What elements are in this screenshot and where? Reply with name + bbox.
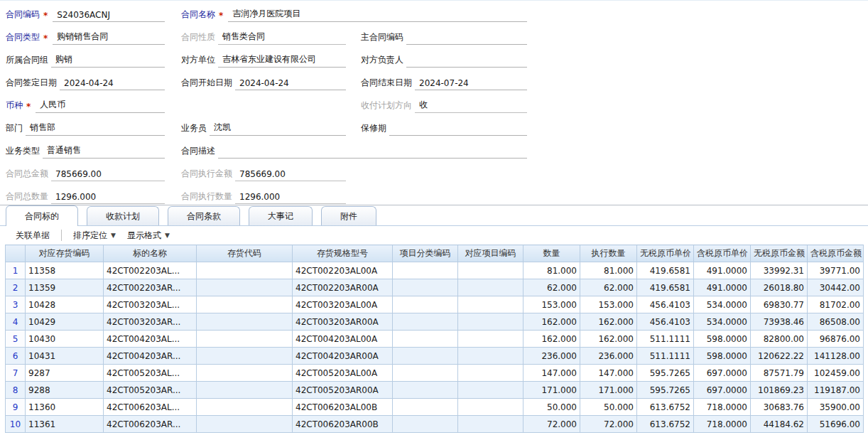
tab-major-events[interactable]: 大事记 (249, 206, 313, 225)
table-row[interactable]: 6 10431 42CT004203AR... 42CT004203AR00A … (6, 348, 864, 365)
exec-quantity-cell[interactable]: 236.000 (580, 348, 637, 365)
table-row[interactable]: 2 11359 42CT002203AR... 42CT002203AR00A … (6, 279, 864, 296)
amount-with-tax-cell[interactable]: 102459.00 (808, 365, 864, 382)
inventory-code-cell[interactable]: 11361 (26, 416, 104, 433)
stock-code-cell[interactable] (197, 365, 293, 382)
quantity-cell[interactable]: 236.000 (523, 348, 580, 365)
contract-name-input[interactable]: 吉润净月医院项目 (228, 8, 527, 22)
price-with-tax-cell[interactable]: 598.0000 (694, 331, 751, 348)
row-number-cell[interactable]: 4 (6, 313, 26, 331)
amount-with-tax-cell[interactable]: 30442.00 (808, 279, 864, 296)
stock-code-cell[interactable] (197, 348, 293, 365)
project-class-cell[interactable] (393, 382, 458, 399)
amount-with-tax-cell[interactable]: 81702.00 (808, 296, 864, 313)
department-input[interactable]: 销售部 (26, 122, 165, 136)
start-date-input[interactable]: 2024-04-24 (235, 78, 346, 90)
quantity-cell[interactable]: 162.000 (523, 313, 580, 331)
sort-locate-button[interactable]: 排序定位 ▼ (67, 228, 121, 243)
amount-with-tax-cell[interactable]: 35900.00 (808, 399, 864, 416)
exec-quantity-cell[interactable]: 162.000 (580, 313, 637, 331)
contract-desc-input[interactable] (218, 156, 527, 159)
item-name-cell[interactable]: 42CT006203AL... (104, 399, 197, 416)
currency-input[interactable]: 人民币 (36, 99, 165, 113)
amount-no-tax-cell[interactable]: 30683.76 (751, 399, 808, 416)
row-number-cell[interactable]: 1 (6, 262, 26, 279)
inventory-code-cell[interactable]: 9288 (26, 382, 104, 399)
counterparty-unit-input[interactable]: 吉林省东业建设有限公司 (218, 53, 346, 68)
inventory-code-cell[interactable]: 10429 (26, 313, 104, 331)
header-price-no-tax[interactable]: 无税原币单价 (637, 245, 694, 262)
spec-model-cell[interactable]: 42CT005203AL00A (293, 365, 393, 382)
price-no-tax-cell[interactable]: 511.1111 (637, 348, 694, 365)
related-docs-button[interactable]: 关联单据 (10, 228, 55, 243)
table-row[interactable]: 7 9287 42CT005203AL... 42CT005203AL00A 1… (6, 365, 864, 382)
price-with-tax-cell[interactable]: 718.0000 (694, 399, 751, 416)
inventory-code-cell[interactable]: 10430 (26, 331, 104, 348)
project-class-cell[interactable] (393, 279, 458, 296)
inventory-code-cell[interactable]: 10428 (26, 296, 104, 313)
header-item-name[interactable]: 标的名称 (104, 245, 197, 262)
table-row[interactable]: 9 11360 42CT006203AL... 42CT006203AL00B … (6, 399, 864, 416)
sign-date-input[interactable]: 2024-04-24 (60, 78, 165, 90)
row-number-cell[interactable]: 10 (6, 416, 26, 433)
amount-no-tax-cell[interactable]: 101869.23 (751, 382, 808, 399)
item-name-cell[interactable]: 42CT004203AL... (104, 331, 197, 348)
item-name-cell[interactable]: 42CT003203AR... (104, 313, 197, 331)
price-with-tax-cell[interactable]: 718.0000 (694, 416, 751, 433)
project-class-cell[interactable] (393, 399, 458, 416)
tab-contract-items[interactable]: 合同标的 (6, 205, 78, 226)
spec-model-cell[interactable]: 42CT003203AL00A (293, 296, 393, 313)
header-amount-no-tax[interactable]: 无税原币金额 (751, 245, 808, 262)
inventory-code-cell[interactable]: 11359 (26, 279, 104, 296)
price-no-tax-cell[interactable]: 613.6752 (637, 416, 694, 433)
quantity-cell[interactable]: 153.000 (523, 296, 580, 313)
project-code-cell[interactable] (458, 296, 523, 313)
business-type-input[interactable]: 普通销售 (43, 144, 165, 159)
quantity-cell[interactable]: 171.000 (523, 382, 580, 399)
stock-code-cell[interactable] (197, 279, 293, 296)
price-no-tax-cell[interactable]: 595.7265 (637, 382, 694, 399)
price-with-tax-cell[interactable]: 534.0000 (694, 313, 751, 331)
amount-no-tax-cell[interactable]: 87571.79 (751, 365, 808, 382)
tab-receipt-plan[interactable]: 收款计划 (87, 206, 159, 225)
item-name-cell[interactable]: 42CT005203AR... (104, 382, 197, 399)
amount-with-tax-cell[interactable]: 141128.00 (808, 348, 864, 365)
price-with-tax-cell[interactable]: 697.0000 (694, 365, 751, 382)
row-number-cell[interactable]: 5 (6, 331, 26, 348)
spec-model-cell[interactable]: 42CT006203AL00B (293, 399, 393, 416)
exec-quantity-cell[interactable]: 72.000 (580, 416, 637, 433)
item-name-cell[interactable]: 42CT002203AL... (104, 262, 197, 279)
project-code-cell[interactable] (458, 382, 523, 399)
exec-quantity-cell[interactable]: 171.000 (580, 382, 637, 399)
row-number-cell[interactable]: 2 (6, 279, 26, 296)
spec-model-cell[interactable]: 42CT002203AR00A (293, 279, 393, 296)
row-number-cell[interactable]: 9 (6, 399, 26, 416)
spec-model-cell[interactable]: 42CT005203AR00A (293, 382, 393, 399)
amount-with-tax-cell[interactable]: 96876.00 (808, 331, 864, 348)
amount-no-tax-cell[interactable]: 26018.80 (751, 279, 808, 296)
price-no-tax-cell[interactable]: 419.6581 (637, 279, 694, 296)
exec-quantity-cell[interactable]: 81.000 (580, 262, 637, 279)
amount-with-tax-cell[interactable]: 119187.00 (808, 382, 864, 399)
price-with-tax-cell[interactable]: 697.0000 (694, 382, 751, 399)
header-project-class-code[interactable]: 项目分类编码 (393, 245, 458, 262)
project-code-cell[interactable] (458, 365, 523, 382)
item-name-cell[interactable]: 42CT004203AR... (104, 348, 197, 365)
amount-no-tax-cell[interactable]: 33992.31 (751, 262, 808, 279)
header-exec-quantity[interactable]: 执行数量 (580, 245, 637, 262)
price-with-tax-cell[interactable]: 598.0000 (694, 348, 751, 365)
header-price-with-tax[interactable]: 含税原币单价 (694, 245, 751, 262)
price-with-tax-cell[interactable]: 491.0000 (694, 279, 751, 296)
quantity-cell[interactable]: 81.000 (523, 262, 580, 279)
contract-group-input[interactable]: 购销 (51, 53, 165, 68)
tab-contract-terms[interactable]: 合同条款 (168, 206, 240, 225)
inventory-code-cell[interactable]: 10431 (26, 348, 104, 365)
project-class-cell[interactable] (393, 296, 458, 313)
exec-quantity-cell[interactable]: 147.000 (580, 365, 637, 382)
header-amount-with-tax[interactable]: 含税原币金额 (808, 245, 864, 262)
item-name-cell[interactable]: 42CT006203AR... (104, 416, 197, 433)
project-class-cell[interactable] (393, 365, 458, 382)
spec-model-cell[interactable]: 42CT004203AL00A (293, 331, 393, 348)
price-with-tax-cell[interactable]: 491.0000 (694, 262, 751, 279)
quantity-cell[interactable]: 72.000 (523, 416, 580, 433)
